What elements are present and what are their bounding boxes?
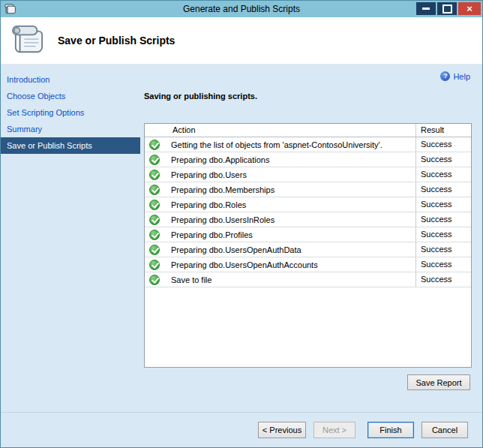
- results-table: Action Result Getting the list of object…: [144, 123, 472, 368]
- success-check-icon: [149, 200, 160, 210]
- action-cell: Preparing dbo.Applications: [171, 155, 269, 164]
- sidebar-item-introduction[interactable]: Introduction: [1, 71, 140, 88]
- action-cell: Getting the list of objects from 'aspnet…: [171, 140, 382, 149]
- save-report-button[interactable]: Save Report: [407, 374, 470, 390]
- success-check-icon: [149, 185, 160, 195]
- sidebar-item-set-scripting-options[interactable]: Set Scripting Options: [1, 104, 140, 121]
- table-row[interactable]: Preparing dbo.Applications Success: [145, 152, 471, 167]
- table-row[interactable]: Preparing dbo.UsersInRoles Success: [145, 212, 471, 227]
- action-cell: Preparing dbo.Users: [171, 170, 247, 179]
- sidebar-item-summary[interactable]: Summary: [1, 121, 140, 137]
- action-cell: Save to file: [171, 275, 212, 284]
- result-cell: Success: [416, 212, 471, 227]
- table-row[interactable]: Save to file Success: [145, 272, 471, 287]
- page-title: Save or Publish Scripts: [58, 35, 175, 47]
- minimize-button[interactable]: [416, 2, 436, 15]
- status-text: Saving or publishing scripts.: [144, 92, 257, 101]
- success-check-icon: [149, 215, 160, 225]
- window-scroll-icon: [4, 4, 16, 15]
- action-cell: Preparing dbo.Roles: [171, 200, 246, 209]
- help-link[interactable]: ? Help: [440, 71, 470, 81]
- next-button: Next >: [314, 422, 356, 438]
- wizard-window: Generate and Publish Scripts × Save or P…: [0, 0, 483, 448]
- result-cell: Success: [416, 152, 471, 167]
- success-check-icon: [149, 230, 160, 240]
- result-cell: Success: [416, 197, 471, 212]
- maximize-button[interactable]: [437, 2, 457, 15]
- action-cell: Preparing dbo.UsersOpenAuthData: [171, 245, 302, 254]
- result-cell: Success: [416, 242, 471, 257]
- close-button[interactable]: ×: [458, 2, 481, 15]
- table-row[interactable]: Preparing dbo.Users Success: [145, 167, 471, 182]
- result-cell: Success: [416, 257, 471, 272]
- table-row[interactable]: Preparing dbo.UsersOpenAuthAccounts Succ…: [145, 257, 471, 272]
- sidebar-item-save-or-publish-scripts[interactable]: Save or Publish Scripts: [1, 137, 140, 154]
- table-row[interactable]: Preparing dbo.UsersOpenAuthData Success: [145, 242, 471, 257]
- success-check-icon: [149, 155, 160, 165]
- success-check-icon: [149, 245, 160, 255]
- action-cell: Preparing dbo.UsersOpenAuthAccounts: [171, 260, 318, 269]
- column-header-action[interactable]: Action: [145, 124, 416, 137]
- previous-button[interactable]: < Previous: [258, 422, 306, 438]
- window-title: Generate and Publish Scripts: [183, 4, 300, 14]
- help-label: Help: [453, 72, 470, 81]
- table-row[interactable]: Preparing dbo.Roles Success: [145, 197, 471, 212]
- success-check-icon: [149, 275, 160, 285]
- action-cell: Preparing dbo.Memberships: [171, 185, 274, 194]
- table-row[interactable]: Getting the list of objects from 'aspnet…: [145, 137, 471, 152]
- caption-buttons: ×: [416, 2, 481, 15]
- success-check-icon: [149, 260, 160, 270]
- result-cell: Success: [416, 227, 471, 242]
- result-cell: Success: [416, 182, 471, 197]
- cancel-button[interactable]: Cancel: [422, 422, 468, 438]
- table-row[interactable]: Preparing dbo.Profiles Success: [145, 227, 471, 242]
- result-cell: Success: [416, 272, 471, 287]
- main-content: ? Help Saving or publishing scripts. Act…: [140, 65, 482, 412]
- sidebar: Introduction Choose Objects Set Scriptin…: [1, 65, 140, 412]
- result-cell: Success: [416, 167, 471, 182]
- titlebar[interactable]: Generate and Publish Scripts ×: [1, 1, 482, 17]
- action-cell: Preparing dbo.UsersInRoles: [171, 215, 274, 224]
- footer: < Previous Next > Finish Cancel: [1, 412, 482, 447]
- result-cell: Success: [416, 137, 471, 152]
- table-row[interactable]: Preparing dbo.Memberships Success: [145, 182, 471, 197]
- help-icon: ?: [440, 71, 450, 81]
- success-check-icon: [149, 170, 160, 180]
- scroll-icon: [11, 25, 46, 56]
- wizard-header: Save or Publish Scripts: [1, 17, 482, 65]
- table-header-row: Action Result: [145, 124, 471, 137]
- action-cell: Preparing dbo.Profiles: [171, 230, 253, 239]
- sidebar-item-choose-objects[interactable]: Choose Objects: [1, 88, 140, 104]
- footer-buttons: < Previous Next > Finish Cancel: [258, 422, 468, 438]
- success-check-icon: [149, 140, 160, 150]
- column-header-result[interactable]: Result: [416, 124, 471, 137]
- finish-button[interactable]: Finish: [368, 422, 414, 438]
